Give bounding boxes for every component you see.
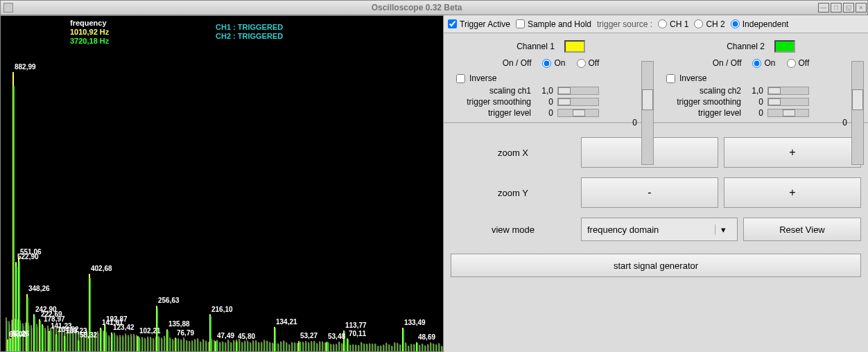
svg-text:522,90: 522,90 [17, 253, 39, 261]
ch2-smooth-slider[interactable] [767, 98, 809, 106]
ch1-off-radio[interactable]: Off [577, 58, 600, 68]
svg-text:882,99: 882,99 [15, 63, 36, 71]
zoom-x-label: zoom X [451, 148, 575, 158]
svg-text:135,88: 135,88 [168, 320, 190, 328]
svg-text:53,27: 53,27 [300, 332, 318, 340]
titlebar: Oscilloscope 0.32 Beta — □ ◱ × [0, 0, 868, 15]
close-button[interactable]: × [856, 3, 867, 12]
trigger-row: Trigger Active Sample and Hold trigger s… [444, 15, 868, 33]
zoom-y-minus-button[interactable]: - [581, 177, 718, 208]
channel-2-title: Channel 2 [727, 42, 765, 51]
zoom-y-plus-button[interactable]: + [724, 177, 861, 208]
ch2-offset-value: 0 [842, 118, 847, 127]
zoom-x-plus-button[interactable]: + [724, 137, 861, 168]
channel-1-panel: Channel 1 On / Off On Off Inverse scalin… [449, 40, 652, 119]
trigger-source-ch2-radio[interactable]: CH 2 [694, 19, 724, 29]
channel-1-color[interactable] [564, 40, 585, 53]
svg-text:48,69: 48,69 [418, 333, 435, 341]
view-mode-label: view mode [451, 225, 575, 235]
control-panel: Trigger Active Sample and Hold trigger s… [444, 15, 868, 352]
ch2-offset-slider[interactable] [851, 61, 864, 165]
trigger-source-ch1-radio[interactable]: CH 1 [658, 19, 688, 29]
trigger-source-label: trigger source : [597, 19, 652, 29]
ch2-scaling-value: 1,0 [747, 86, 767, 96]
ch1-inverse-checkbox[interactable] [456, 74, 465, 83]
svg-text:123,42: 123,42 [113, 324, 134, 331]
svg-text:58,32: 58,32 [80, 331, 97, 339]
ch1-level-slider[interactable] [557, 109, 599, 117]
ch2-scaling-label: scaling ch2 [666, 86, 747, 96]
view-mode-combo[interactable]: frequency domain ▾ [581, 218, 738, 241]
svg-text:216,10: 216,10 [211, 306, 233, 313]
restore-button[interactable]: ◱ [843, 3, 854, 12]
ch1-scaling-value: 1,0 [537, 86, 557, 96]
svg-text:45,80: 45,80 [238, 333, 255, 340]
freq-label: frequency [70, 19, 109, 28]
sample-hold-checkbox[interactable]: Sample and Hold [516, 19, 591, 29]
start-signal-generator-button[interactable]: start signal generator [451, 254, 861, 277]
ch1-scaling-slider[interactable] [557, 87, 599, 95]
svg-text:70,11: 70,11 [349, 330, 366, 337]
spectrum-plot: 882,99551,06522,90348,26402,68242,90222,… [1, 33, 444, 351]
minimize-button[interactable]: — [818, 3, 829, 12]
ch1-smooth-value: 0 [537, 97, 557, 107]
ch1-level-value: 0 [537, 108, 557, 118]
ch1-smooth-label: trigger smoothing [456, 97, 537, 107]
ch2-level-label: trigger level [666, 108, 747, 118]
ch2-on-radio[interactable]: On [752, 58, 775, 68]
svg-text:402,68: 402,68 [91, 265, 112, 272]
ch1-on-radio[interactable]: On [542, 58, 565, 68]
svg-text:102,21: 102,21 [139, 327, 161, 335]
ch2-smooth-label: trigger smoothing [666, 97, 747, 107]
ch2-level-value: 0 [747, 108, 767, 118]
reset-view-button[interactable]: Reset View [743, 218, 861, 241]
ch1-inverse-label: Inverse [469, 73, 496, 83]
zoom-y-label: zoom Y [451, 188, 575, 198]
window-title: Oscilloscope 0.32 Beta [16, 3, 817, 12]
svg-text:134,21: 134,21 [276, 318, 297, 326]
svg-text:53,48: 53,48 [328, 333, 345, 340]
ch1-level-label: trigger level [456, 108, 537, 118]
svg-text:113,77: 113,77 [345, 322, 367, 329]
channel-2-panel: Channel 2 On / Off On Off Inverse scalin… [659, 40, 862, 119]
ch1-status: CH1 : TRIGGERED [216, 23, 283, 32]
svg-text:348,26: 348,26 [28, 285, 50, 292]
ch2-level-slider[interactable] [767, 109, 809, 117]
ch2-scaling-slider[interactable] [767, 87, 809, 95]
channel-2-color[interactable] [774, 40, 795, 53]
ch2-onoff-label: On / Off [713, 58, 742, 68]
maximize-button[interactable]: □ [831, 3, 842, 12]
window-buttons: — □ ◱ × [817, 3, 867, 12]
ch1-smooth-slider[interactable] [557, 98, 599, 106]
view-mode-value: frequency domain [587, 225, 659, 235]
svg-text:133,49: 133,49 [404, 319, 426, 326]
ch2-off-radio[interactable]: Off [787, 58, 810, 68]
channel-1-title: Channel 1 [517, 42, 555, 51]
svg-text:69,02: 69,02 [9, 331, 26, 338]
ch2-smooth-value: 0 [747, 97, 767, 107]
oscilloscope-display: frequency 1010,92 Hz 3720,18 Hz CH1 : TR… [0, 15, 444, 352]
ch1-onoff-label: On / Off [503, 58, 532, 68]
svg-text:256,63: 256,63 [158, 297, 180, 304]
ch1-offset-slider[interactable] [641, 61, 654, 165]
svg-text:76,79: 76,79 [177, 329, 194, 337]
trigger-source-independent-radio[interactable]: Independent [731, 19, 789, 29]
ch1-offset-value: 0 [632, 118, 637, 127]
app-icon [3, 3, 13, 12]
chevron-down-icon: ▾ [715, 225, 731, 235]
ch1-scaling-label: scaling ch1 [456, 86, 537, 96]
ch2-inverse-label: Inverse [679, 73, 706, 83]
ch2-inverse-checkbox[interactable] [666, 74, 675, 83]
svg-text:47,49: 47,49 [217, 332, 234, 340]
trigger-active-checkbox[interactable]: Trigger Active [448, 19, 510, 29]
